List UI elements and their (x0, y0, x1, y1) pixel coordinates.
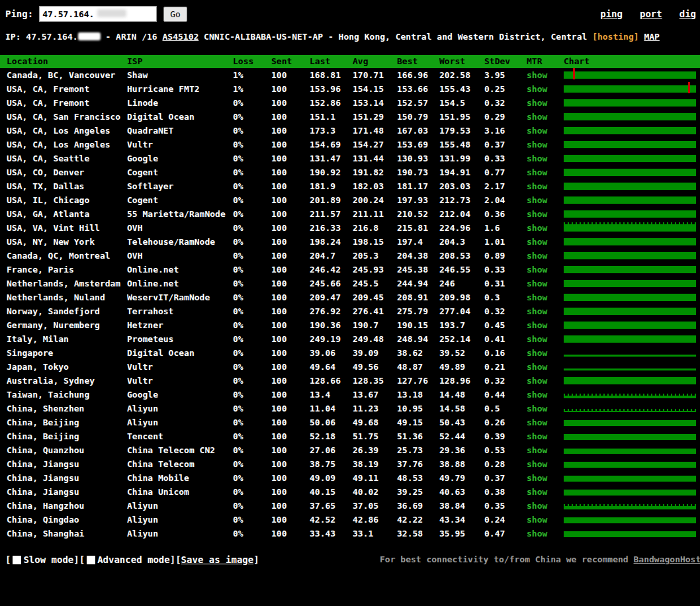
cell-chart (564, 263, 700, 277)
cell-loss: 0% (233, 527, 271, 541)
cell-last: 128.66 (310, 374, 353, 388)
cell-last: 49.09 (310, 471, 353, 485)
mtr-show-link[interactable]: show (527, 376, 547, 386)
cell-last: 211.57 (310, 207, 353, 221)
mtr-show-link[interactable]: show (527, 237, 547, 247)
mtr-show-link[interactable]: show (527, 362, 547, 372)
table-row: China, Shanghai Aliyun 0% 100 33.43 33.1… (0, 527, 700, 541)
cell-sent: 100 (271, 221, 310, 235)
bracket: ] (253, 554, 259, 565)
mtr-show-link[interactable]: show (527, 98, 547, 108)
mtr-show-link[interactable]: show (527, 473, 547, 483)
cell-stdev: 0.35 (484, 499, 527, 513)
latency-sparkline (564, 506, 696, 509)
save-as-image-link[interactable]: Save as image (181, 554, 254, 565)
table-row: China, Quanzhou China Telecom CN2 0% 100… (0, 443, 700, 457)
mtr-show-link[interactable]: show (527, 153, 547, 163)
mtr-show-link[interactable]: show (527, 195, 547, 205)
mtr-show-link[interactable]: show (527, 487, 547, 497)
mtr-show-link[interactable]: show (527, 70, 547, 80)
mtr-show-link[interactable]: show (527, 515, 547, 525)
ping-input[interactable] (39, 6, 157, 22)
go-button[interactable]: Go (163, 7, 187, 22)
mtr-show-link[interactable]: show (527, 84, 547, 94)
cell-location: USA, CA, Fremont (7, 82, 127, 96)
mtr-show-link[interactable]: show (527, 390, 547, 400)
mtr-show-link[interactable]: show (527, 501, 547, 511)
cell-best: 42.22 (397, 513, 439, 527)
table-row: China, Qingdao Aliyun 0% 100 42.52 42.86… (0, 513, 700, 527)
latency-sparkline (564, 280, 696, 287)
latency-sparkline (564, 368, 696, 370)
mtr-show-link[interactable]: show (527, 181, 547, 191)
cell-isp: Hurricane FMT2 (127, 82, 233, 96)
cell-location: Netherlands, Amsterdam (7, 277, 127, 290)
cell-avg: 49.56 (353, 360, 397, 374)
mtr-show-link[interactable]: show (527, 431, 547, 441)
cell-location: USA, VA, Vint Hill (7, 221, 127, 235)
mtr-show-link[interactable]: show (527, 417, 547, 427)
header-worst: Worst (439, 55, 484, 68)
cell-location: USA, CO, Denver (7, 165, 127, 179)
bandwagonhost-link[interactable]: BandwagonHost (634, 554, 700, 564)
mtr-show-link[interactable]: show (527, 112, 547, 122)
map-link[interactable]: MAP (644, 32, 659, 42)
cell-sent: 100 (271, 499, 310, 513)
cell-worst: 38.84 (439, 499, 484, 513)
slow-mode-checkbox[interactable] (13, 556, 21, 564)
mtr-show-link[interactable]: show (527, 223, 547, 233)
cell-last: 52.18 (310, 429, 353, 443)
cell-sent: 100 (271, 124, 310, 138)
cell-location: USA, CA, Los Angeles (7, 124, 127, 138)
mtr-show-link[interactable]: show (527, 140, 547, 150)
mtr-show-link[interactable]: show (527, 445, 547, 455)
cell-avg: 128.35 (353, 374, 397, 388)
cell-stdev: 0.16 (484, 346, 527, 360)
latency-sparkline (564, 224, 696, 232)
latency-sparkline (564, 462, 696, 468)
mtr-show-link[interactable]: show (527, 348, 547, 358)
cell-best: 48.87 (397, 360, 439, 374)
mtr-show-link[interactable]: show (527, 334, 547, 344)
cell-chart (564, 82, 700, 96)
nav-link-port[interactable]: port (640, 9, 662, 19)
cell-stdev: 0.33 (484, 263, 527, 277)
cell-loss: 0% (233, 138, 271, 152)
latency-sparkline (564, 169, 696, 176)
cell-stdev: 0.39 (484, 429, 527, 443)
mtr-show-link[interactable]: show (527, 529, 547, 539)
latency-sparkline (564, 127, 696, 134)
cell-best: 197.4 (397, 235, 439, 249)
latency-sparkline (564, 99, 696, 107)
cell-sent: 100 (271, 374, 310, 388)
cell-loss: 1% (233, 82, 271, 96)
advanced-mode-checkbox[interactable] (87, 556, 95, 564)
nav-link-dig[interactable]: dig (679, 9, 696, 19)
cell-stdev: 0.25 (484, 82, 527, 96)
mtr-show-link[interactable]: show (527, 292, 547, 302)
mtr-show-link[interactable]: show (527, 459, 547, 469)
mtr-show-link[interactable]: show (527, 167, 547, 177)
asn-link[interactable]: AS45102 (163, 32, 199, 42)
recommendation-line: For best connectivity to/from China we r… (380, 554, 700, 564)
mtr-show-link[interactable]: show (527, 126, 547, 136)
mtr-show-link[interactable]: show (527, 320, 547, 330)
mtr-show-link[interactable]: show (527, 404, 547, 413)
cell-loss: 0% (233, 318, 271, 332)
mtr-show-link[interactable]: show (527, 251, 547, 261)
cell-avg: 131.44 (353, 152, 397, 165)
cell-loss: 0% (233, 304, 271, 318)
cell-sent: 100 (271, 360, 310, 374)
mtr-show-link[interactable]: show (527, 279, 547, 288)
cell-sent: 100 (271, 165, 310, 179)
mtr-show-link[interactable]: show (527, 265, 547, 275)
cell-last: 209.47 (310, 290, 353, 304)
mtr-show-link[interactable]: show (527, 209, 547, 219)
cell-avg: 182.03 (353, 179, 397, 193)
cell-loss: 0% (233, 277, 271, 290)
cell-worst: 179.53 (439, 124, 484, 138)
cell-isp: Cogent (127, 193, 233, 207)
nav-link-ping[interactable]: ping (600, 9, 623, 19)
cell-best: 152.57 (397, 96, 439, 110)
mtr-show-link[interactable]: show (527, 306, 547, 316)
